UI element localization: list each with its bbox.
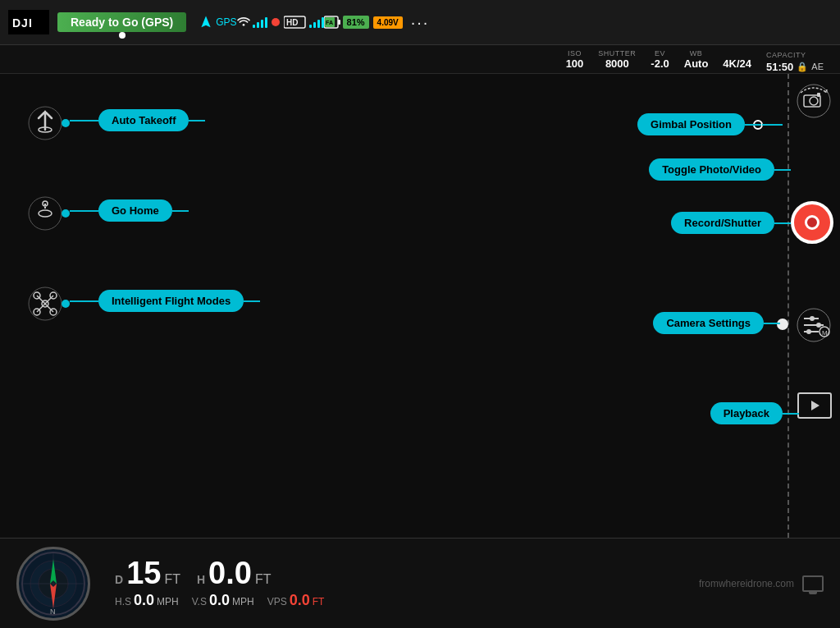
iso-setting: ISO 100 (566, 49, 584, 70)
camera-settings-dot (777, 319, 788, 330)
svg-point-1 (242, 24, 244, 26)
svg-point-32 (816, 323, 821, 328)
record-indicator (272, 18, 280, 26)
status-ready: Ready to Go (GPS) (57, 12, 186, 32)
play-icon (808, 399, 821, 412)
takeoff-icon (27, 105, 63, 141)
takeoff-dot (62, 119, 70, 127)
svg-text:FA: FA (326, 20, 333, 25)
telemetry-row1: D 15 FT H 0.0 FT (115, 557, 324, 589)
toggle-photo-connector: Toggle Photo/Video (649, 158, 783, 181)
auto-takeoff-icon-container (25, 103, 66, 144)
battery-group: FA 81% 4.09V (324, 15, 403, 30)
camera-settings-button[interactable]: Camera Settings (653, 312, 764, 334)
record-shutter-label[interactable]: Record/Shutter (671, 212, 774, 234)
gimbal-position-connector: Gimbal Position (637, 113, 783, 135)
main-area: Auto Takeoff Go Home Intelligent Flight … (0, 74, 840, 538)
svg-line-19 (45, 304, 53, 312)
camera-mode-button[interactable] (791, 78, 836, 123)
gps-group: GPS (199, 15, 236, 30)
dji-logo: DJI (8, 10, 49, 34)
rc-icon (237, 16, 250, 29)
gimbal-position-button[interactable]: Gimbal Position (637, 113, 745, 135)
website-label: fromwhereidrone.com (699, 578, 794, 589)
svg-point-34 (806, 329, 811, 334)
record-shutter-button[interactable] (791, 201, 833, 244)
flight-modes-button[interactable]: Intelligent Flight Modes (98, 290, 244, 312)
bottom-bar: N D 15 FT H 0.0 FT H.S 0.0 MPH (0, 538, 840, 628)
capacity-setting: CAPACITY 51:50 🔒 AE (766, 46, 824, 73)
ev-setting: EV -2.0 (651, 49, 669, 70)
hd-signal-bars (309, 16, 324, 28)
vps-reading: VPS 0.0 FT (267, 592, 325, 609)
svg-line-17 (45, 296, 53, 304)
telemetry-panel: D 15 FT H 0.0 FT H.S 0.0 MPH V.S 0.0 MPH (115, 557, 324, 609)
record-inner-circle (805, 215, 819, 230)
svg-text:N: N (50, 607, 56, 616)
vs-reading: V.S 0.0 MPH (192, 592, 254, 609)
battery-percent: 81% (343, 16, 369, 29)
right-dashed-line (788, 74, 789, 538)
go-home-connector: Go Home (70, 199, 172, 222)
svg-rect-5 (338, 20, 340, 25)
more-options-button[interactable]: ··· (411, 13, 430, 32)
svg-point-26 (810, 97, 818, 105)
svg-text:M: M (822, 329, 828, 337)
battery-voltage: 4.09V (373, 16, 403, 29)
playback-button[interactable]: Playback (710, 402, 783, 424)
distance-reading: D 15 FT (115, 557, 180, 589)
svg-point-11 (39, 210, 52, 217)
rc-signal-bars (253, 16, 267, 28)
ae-label: AE (811, 62, 824, 71)
screen-icon (802, 575, 824, 592)
go-home-button[interactable]: Go Home (98, 199, 172, 222)
settings-button[interactable]: M (791, 302, 836, 347)
top-bar: DJI Ready to Go (GPS) GPS HD (0, 0, 840, 45)
camera-gimbal-icon (796, 83, 832, 119)
camera-bar: ISO 100 SHUTTER 8000 EV -2.0 WB Auto RES… (0, 45, 840, 74)
flight-modes-dot (62, 300, 70, 308)
battery-icon: FA (324, 15, 340, 30)
svg-rect-27 (817, 93, 820, 97)
auto-takeoff-button[interactable]: Auto Takeoff (98, 109, 189, 131)
svg-line-16 (37, 296, 45, 304)
auto-takeoff-connector: Auto Takeoff (70, 109, 189, 131)
svg-marker-37 (811, 401, 819, 410)
shutter-setting: SHUTTER 8000 (598, 49, 636, 70)
hd-icon: HD (284, 16, 307, 29)
wb-setting: WB Auto (684, 49, 709, 70)
svg-point-10 (29, 197, 62, 230)
camera-settings-connector: Camera Settings (653, 312, 776, 334)
settings-icon: M (796, 307, 832, 343)
hd-signal-group: HD (284, 16, 324, 29)
flight-modes-icon (27, 286, 63, 322)
hs-reading: H.S 0.0 MPH (115, 592, 179, 609)
gps-icon (199, 15, 213, 30)
toggle-photo-video-button[interactable]: Toggle Photo/Video (649, 158, 774, 181)
record-shutter-connector: Record/Shutter (671, 212, 783, 234)
compass: N (16, 547, 90, 621)
svg-text:DJI: DJI (12, 16, 33, 30)
go-home-icon (27, 195, 63, 231)
telemetry-row2: H.S 0.0 MPH V.S 0.0 MPH VPS 0.0 FT (115, 592, 324, 609)
flight-modes-connector: Intelligent Flight Modes (70, 290, 244, 312)
svg-point-24 (797, 85, 830, 117)
compass-svg: N (19, 549, 88, 618)
flight-modes-icon-container (25, 283, 66, 324)
go-home-icon-container (25, 193, 66, 234)
svg-text:HD: HD (286, 18, 298, 27)
go-home-dot (62, 209, 70, 218)
svg-point-30 (810, 316, 815, 321)
website-area: fromwhereidrone.com (699, 575, 824, 592)
playback-icon-button[interactable] (797, 392, 832, 419)
resolution-setting: RES 4K/24 (723, 49, 751, 70)
playback-connector: Playback (710, 402, 791, 424)
lock-icon: 🔒 (797, 62, 808, 72)
rc-signal-group (237, 16, 267, 29)
svg-line-18 (37, 304, 45, 312)
height-reading: H 0.0 FT (197, 557, 272, 589)
